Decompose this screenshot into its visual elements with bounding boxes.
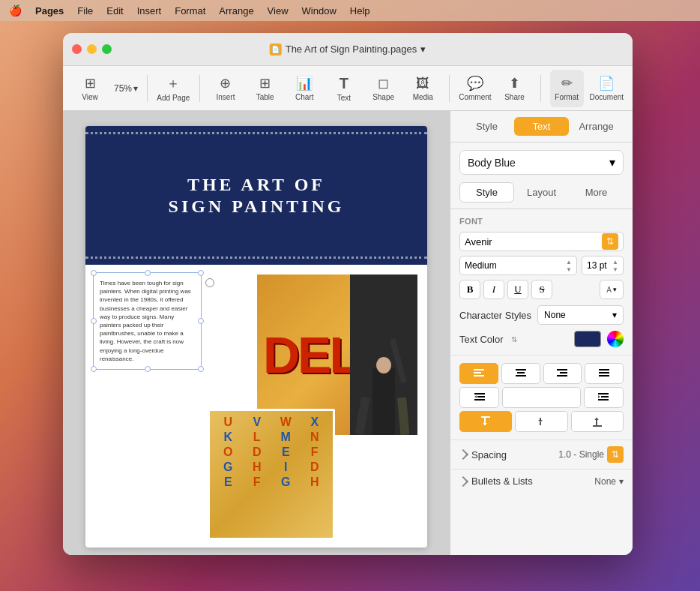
document-icon-toolbar: 📄 [598, 75, 615, 92]
view-icon: ⊞ [85, 75, 96, 92]
decrease-indent-button[interactable] [459, 387, 499, 408]
comment-button[interactable]: 💬 Comment [459, 70, 492, 107]
share-button[interactable]: ⬆ Share [498, 70, 531, 107]
align-left-button[interactable] [459, 363, 498, 384]
media-button[interactable]: 🖼 Media [406, 70, 440, 107]
text-color-swatch[interactable] [574, 331, 601, 347]
align-right-button[interactable] [543, 363, 582, 384]
menu-file[interactable]: File [77, 5, 93, 16]
align-justify-button[interactable] [585, 363, 624, 384]
text-format-color-button[interactable]: A ▾ [600, 280, 624, 299]
bullets-label: Bullets & Lists [471, 476, 594, 487]
document-button[interactable]: 📄 Document [590, 70, 624, 107]
toolbar-separator-1 [147, 75, 148, 102]
alpha-F2: F [244, 476, 271, 489]
char-styles-select[interactable]: None ▾ [537, 305, 624, 325]
valign-middle-button[interactable] [515, 411, 567, 432]
bold-button[interactable]: B [459, 280, 480, 299]
window-title: 📄 The Art of Sign Painting.pages ▾ [270, 44, 426, 56]
menu-window[interactable]: Window [302, 5, 337, 16]
handle-br[interactable] [198, 366, 204, 372]
maximize-button[interactable] [102, 44, 112, 54]
document-icon: 📄 [270, 44, 282, 56]
alpha-E1: E [272, 446, 300, 459]
text-button[interactable]: T Text [328, 70, 361, 107]
menu-arrange[interactable]: Arrange [219, 5, 253, 16]
spacing-stepper[interactable]: ⇅ [607, 446, 624, 463]
text-box[interactable]: Times have been tough for sign painters.… [93, 272, 202, 370]
add-page-button[interactable]: ＋ Add Page [157, 70, 190, 107]
tab-arrange[interactable]: Arrange [569, 117, 624, 136]
format-button[interactable]: ✏ Format [550, 70, 584, 107]
font-name-select[interactable]: Avenir ⇅ [459, 232, 624, 251]
app-menu[interactable]: Pages [35, 5, 64, 16]
sub-tab-style[interactable]: Style [459, 182, 514, 202]
tab-style[interactable]: Style [459, 117, 514, 136]
style-selector[interactable]: Body Blue ▾ [459, 150, 624, 175]
alpha-D2: D [301, 460, 329, 474]
valign-top-button[interactable] [459, 411, 512, 432]
apple-menu[interactable]: 🍎 [9, 4, 22, 16]
traffic-lights [72, 44, 112, 54]
alpha-U: U [214, 416, 242, 429]
handle-tm[interactable] [145, 270, 151, 276]
zoom-control[interactable]: 75% ▾ [114, 83, 138, 94]
tab-text[interactable]: Text [514, 117, 569, 136]
underline-button[interactable]: U [507, 280, 528, 299]
color-btn-icon: A [606, 286, 612, 294]
svg-rect-0 [474, 369, 484, 370]
bullets-value: None [594, 476, 616, 487]
handle-bm[interactable] [145, 366, 151, 372]
svg-rect-1 [474, 372, 481, 374]
bullets-section[interactable]: Bullets & Lists None ▾ [450, 470, 633, 493]
canvas-area[interactable]: THE ART OF SIGN PAINTING [63, 111, 450, 555]
handle-tl[interactable] [91, 270, 97, 276]
strikethrough-button[interactable]: S [531, 280, 552, 299]
valign-bottom-button[interactable] [571, 411, 624, 432]
svg-rect-16 [598, 393, 609, 394]
toolbar: ⊞ View 75% ▾ ＋ Add Page ⊕ Insert ⊞ Table… [63, 66, 633, 111]
sub-tab-more[interactable]: More [569, 182, 624, 202]
menu-help[interactable]: Help [350, 5, 370, 16]
alphabet-grid: U V W X K L M N O D E F [213, 414, 330, 490]
page-header: THE ART OF SIGN PAINTING [85, 126, 427, 265]
sub-tab-layout[interactable]: Layout [514, 182, 569, 202]
char-styles-label: Character Styles [459, 310, 531, 321]
add-page-icon: ＋ [166, 74, 180, 92]
minimize-button[interactable] [87, 44, 97, 54]
insert-button[interactable]: ⊕ Insert [209, 70, 243, 107]
close-button[interactable] [72, 44, 82, 54]
spacing-section[interactable]: Spacing 1.0 - Single ⇅ [450, 440, 633, 470]
alpha-M: M [272, 430, 300, 444]
comment-icon: 💬 [467, 75, 483, 92]
handle-mr[interactable] [198, 318, 204, 324]
menu-insert[interactable]: Insert [137, 5, 162, 16]
increase-indent-button[interactable] [584, 387, 624, 408]
menu-edit[interactable]: Edit [106, 5, 123, 16]
align-center-button[interactable] [501, 363, 540, 384]
title-chevron[interactable]: ▾ [420, 44, 426, 55]
italic-button[interactable]: I [483, 280, 504, 299]
images-area: DELTA [208, 272, 420, 540]
font-size-input[interactable]: 13 pt ▲ ▼ [582, 256, 624, 275]
shape-button[interactable]: ◻ Shape [366, 70, 400, 107]
toolbar-view-group: ⊞ View [72, 70, 108, 107]
svg-rect-18 [598, 399, 609, 400]
table-button[interactable]: ⊞ Table [248, 70, 282, 107]
char-styles-value: None [544, 310, 566, 320]
svg-rect-5 [516, 375, 526, 376]
handle-bl[interactable] [91, 366, 97, 372]
alpha-I1: I [272, 460, 300, 474]
alpha-E2: E [214, 476, 242, 489]
handle-ml[interactable] [91, 318, 97, 324]
alphabet-image[interactable]: U V W X K L M N O D E F [208, 409, 335, 540]
view-button[interactable]: ⊞ View [72, 70, 108, 107]
menu-view[interactable]: View [268, 5, 289, 16]
handle-tr[interactable] [198, 270, 204, 276]
alpha-D1: D [244, 446, 271, 459]
menu-format[interactable]: Format [175, 5, 205, 16]
bullets-select[interactable]: None ▾ [594, 476, 624, 487]
color-wheel[interactable] [607, 331, 624, 347]
font-weight-select[interactable]: Medium ▲ ▼ [459, 256, 577, 275]
chart-button[interactable]: 📊 Chart [288, 70, 322, 107]
